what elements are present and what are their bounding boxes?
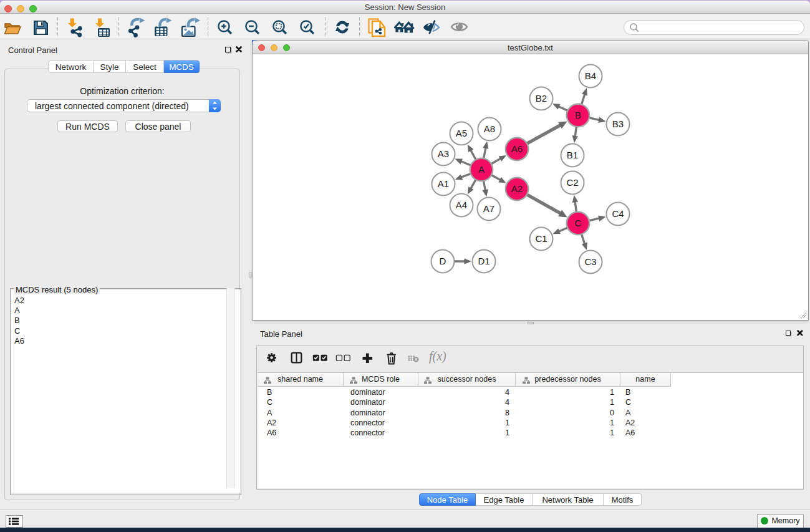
svg-text:A: A (478, 164, 485, 175)
svg-text:A1: A1 (438, 178, 449, 189)
svg-text:B4: B4 (585, 70, 596, 81)
svg-text:A3: A3 (438, 148, 449, 159)
svg-text:A5: A5 (456, 128, 467, 138)
svg-text:B3: B3 (612, 118, 624, 129)
svg-text:A6: A6 (511, 143, 523, 154)
svg-text:C4: C4 (612, 208, 624, 219)
svg-text:D1: D1 (478, 256, 489, 266)
svg-text:A2: A2 (511, 183, 523, 194)
svg-text:C: C (575, 218, 582, 228)
svg-text:A8: A8 (484, 123, 495, 134)
svg-text:B2: B2 (536, 93, 547, 104)
svg-text:A7: A7 (483, 203, 494, 214)
svg-text:B: B (575, 110, 581, 120)
svg-text:A4: A4 (456, 200, 467, 210)
svg-text:C2: C2 (566, 177, 578, 188)
svg-text:B1: B1 (567, 150, 578, 160)
svg-text:C1: C1 (535, 233, 547, 244)
svg-text:D: D (440, 256, 446, 266)
svg-text:C3: C3 (584, 256, 596, 267)
